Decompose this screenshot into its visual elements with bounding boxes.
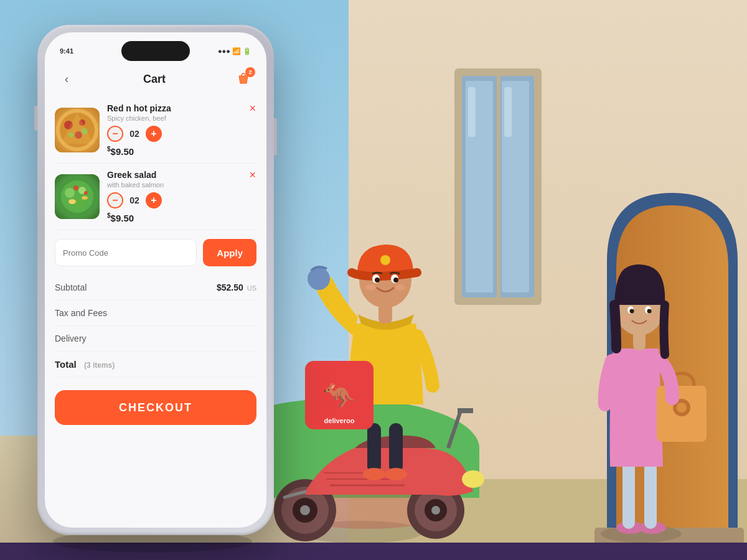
tax-label: Tax and Fees xyxy=(55,308,107,318)
svg-point-25 xyxy=(425,499,447,521)
items-count: (3 items) xyxy=(84,361,115,370)
svg-rect-14 xyxy=(594,528,744,545)
apply-promo-button[interactable]: Apply xyxy=(203,239,256,266)
total-row: Total (3 items) xyxy=(55,352,256,378)
svg-point-29 xyxy=(462,470,484,488)
svg-point-77 xyxy=(73,185,78,190)
svg-text:🦘: 🦘 xyxy=(323,380,356,411)
tax-row: Tax and Fees xyxy=(55,301,256,326)
svg-rect-35 xyxy=(378,299,392,324)
order-summary: Subtotal $52.50 US Tax and Fees Delivery xyxy=(45,275,266,378)
svg-point-78 xyxy=(84,191,88,195)
svg-point-72 xyxy=(65,188,75,198)
svg-point-20 xyxy=(281,487,329,534)
svg-point-19 xyxy=(274,479,336,541)
pizza-qty-minus[interactable]: − xyxy=(107,126,123,142)
svg-point-41 xyxy=(393,278,398,282)
salad-qty-minus[interactable]: − xyxy=(107,192,123,208)
pizza-name: Red n hot pizza xyxy=(107,103,256,113)
subtotal-row: Subtotal $52.50 US xyxy=(55,275,256,301)
svg-point-37 xyxy=(380,255,390,265)
svg-point-21 xyxy=(293,498,317,523)
svg-rect-55 xyxy=(633,327,646,350)
subtotal-value: $52.50 US xyxy=(217,282,256,292)
svg-point-40 xyxy=(375,278,380,282)
back-button[interactable]: ‹ xyxy=(57,70,76,88)
svg-point-48 xyxy=(616,521,644,534)
svg-point-26 xyxy=(431,506,440,515)
cart-icon-button[interactable]: 2 xyxy=(233,68,254,90)
svg-point-32 xyxy=(363,468,385,480)
pizza-food-image xyxy=(55,108,100,152)
time-display: 9:41 xyxy=(60,47,73,55)
svg-rect-6 xyxy=(454,68,542,305)
svg-rect-30 xyxy=(367,423,381,473)
salad-image xyxy=(55,174,100,219)
svg-point-60 xyxy=(647,309,652,314)
cart-items-list: Red n hot pizza Spicy chicken, beef − 02… xyxy=(45,97,266,230)
pizza-remove-button[interactable]: ✕ xyxy=(249,103,256,113)
svg-point-42 xyxy=(365,284,375,291)
checkout-section: CHECKOUT xyxy=(45,378,266,444)
pizza-desc: Spicy chicken, beef xyxy=(107,114,256,122)
svg-point-18 xyxy=(286,492,448,529)
svg-rect-31 xyxy=(389,423,403,473)
svg-rect-44 xyxy=(305,361,374,429)
svg-rect-8 xyxy=(497,76,500,297)
svg-point-75 xyxy=(68,199,76,204)
svg-rect-15 xyxy=(0,543,747,560)
svg-rect-9 xyxy=(466,81,493,292)
phone-screen: 9:41 ●●● 📶 🔋 ‹ Cart 2 xyxy=(45,32,266,528)
pizza-qty: 02 xyxy=(128,129,141,139)
back-icon: ‹ xyxy=(65,73,68,86)
salad-remove-button[interactable]: ✕ xyxy=(249,170,256,180)
pizza-qty-plus[interactable]: + xyxy=(146,126,162,142)
phone-frame: 9:41 ●●● 📶 🔋 ‹ Cart 2 xyxy=(37,25,274,535)
promo-code-input[interactable] xyxy=(55,239,197,266)
cart-item-salad: Greek salad with baked salmon − 02 + $$9… xyxy=(55,164,256,230)
salad-name: Greek salad xyxy=(107,170,256,180)
pizza-image xyxy=(55,108,100,152)
svg-point-39 xyxy=(391,274,398,283)
total-label: Total (3 items) xyxy=(55,359,115,370)
svg-point-47 xyxy=(601,525,682,543)
svg-line-27 xyxy=(448,411,461,448)
svg-rect-52 xyxy=(657,386,707,442)
salad-qty-plus[interactable]: + xyxy=(146,192,162,208)
dynamic-island xyxy=(121,41,190,61)
svg-point-59 xyxy=(630,309,634,314)
salad-details: Greek salad with baked salmon − 02 + $$9… xyxy=(107,170,256,223)
phone-mockup: 9:41 ●●● 📶 🔋 ‹ Cart 2 xyxy=(37,25,274,535)
salad-qty: 02 xyxy=(128,195,141,205)
svg-point-54 xyxy=(677,403,687,413)
svg-point-13 xyxy=(621,378,636,393)
cart-item-pizza: Red n hot pizza Spicy chicken, beef − 02… xyxy=(55,97,256,164)
salad-qty-control: − 02 + xyxy=(107,192,256,208)
svg-point-57 xyxy=(627,306,634,314)
checkout-button[interactable]: CHECKOUT xyxy=(55,390,256,425)
svg-point-56 xyxy=(614,281,664,335)
svg-point-49 xyxy=(639,521,666,534)
svg-point-24 xyxy=(415,489,457,531)
pizza-details: Red n hot pizza Spicy chicken, beef − 02… xyxy=(107,103,256,157)
svg-point-58 xyxy=(645,306,651,314)
subtotal-label: Subtotal xyxy=(55,282,87,292)
svg-rect-10 xyxy=(502,81,529,292)
svg-point-33 xyxy=(385,468,407,480)
delivery-row: Delivery xyxy=(55,326,256,352)
cart-title: Cart xyxy=(143,73,166,86)
svg-point-53 xyxy=(673,399,690,416)
svg-point-74 xyxy=(75,198,84,207)
salad-desc: with baked salmon xyxy=(107,181,256,189)
svg-point-62 xyxy=(649,315,658,322)
app-header: ‹ Cart 2 xyxy=(45,63,266,97)
svg-point-17 xyxy=(299,521,423,543)
promo-section: Apply xyxy=(45,230,266,275)
svg-rect-12 xyxy=(504,87,512,137)
salad-price: $$9.50 xyxy=(107,212,256,223)
cart-badge: 2 xyxy=(245,67,255,77)
svg-text:deliveroo: deliveroo xyxy=(324,417,355,424)
svg-point-71 xyxy=(61,180,93,213)
svg-point-22 xyxy=(300,505,310,515)
svg-point-34 xyxy=(308,268,330,290)
